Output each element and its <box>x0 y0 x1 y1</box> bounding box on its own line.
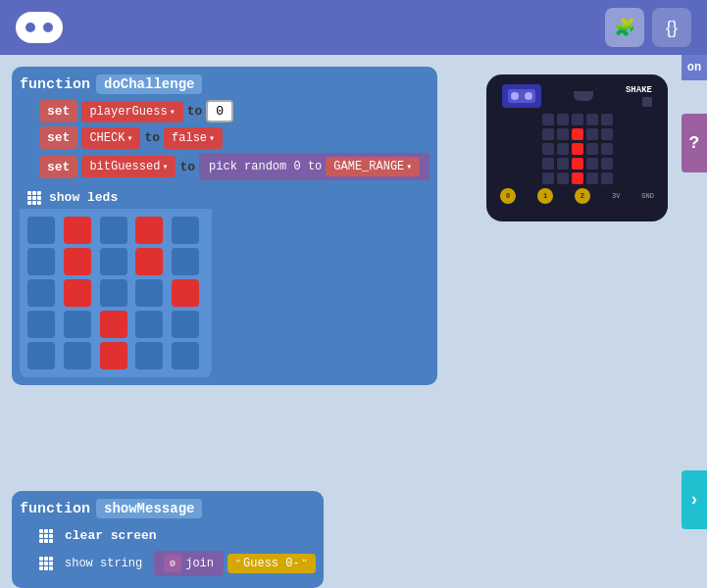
microbit-device: SHAKE 0 1 2 3V GND <box>486 74 668 221</box>
led-cell-4-2[interactable] <box>100 342 127 369</box>
mb-led-0-2 <box>572 114 583 125</box>
set-keyword-3: set <box>39 156 77 178</box>
playerguess-var[interactable]: playerGuess ▾ <box>81 101 182 122</box>
mb-led-1-0 <box>542 128 554 140</box>
show-string-grid-icon <box>39 557 53 570</box>
led-cell-1-1[interactable] <box>64 248 91 275</box>
led-cell-4-1[interactable] <box>64 342 91 369</box>
led-cell-3-3[interactable] <box>135 311 163 338</box>
clear-screen-label[interactable]: clear screen <box>57 524 165 547</box>
mb-led-1-1 <box>557 128 569 140</box>
grid-icon <box>27 191 41 205</box>
show-string-label[interactable]: show string <box>57 553 150 574</box>
on-label: on <box>682 55 707 80</box>
mb-led-4-2 <box>572 172 583 184</box>
mb-led-3-2 <box>572 158 583 170</box>
set-keyword-1: set <box>39 100 77 122</box>
led-cell-2-1[interactable] <box>64 279 91 307</box>
mb-led-1-3 <box>586 128 598 140</box>
led-cell-0-3[interactable] <box>135 217 163 244</box>
microbit-bottom: 0 1 2 3V GND <box>494 188 660 204</box>
open-quote: ❝ <box>235 558 241 569</box>
mb-led-3-1 <box>557 158 569 170</box>
string-value[interactable]: ❝ Guess 0- ❞ <box>227 554 316 573</box>
led-cell-4-0[interactable] <box>27 342 55 369</box>
led-cell-0-4[interactable] <box>172 217 199 244</box>
false-value[interactable]: false ▾ <box>164 127 223 149</box>
led-cell-4-4[interactable] <box>172 342 199 369</box>
logo <box>16 12 63 43</box>
function-showmessage-block: function showMessage <box>12 491 324 588</box>
mb-led-4-3 <box>586 172 598 184</box>
game-range-arrow: ▾ <box>406 161 412 172</box>
puzzle-icon-button[interactable]: 🧩 <box>605 8 644 47</box>
grid-dot <box>32 196 36 200</box>
mb-led-3-3 <box>586 158 598 170</box>
logo-eye-left <box>25 23 35 32</box>
led-cell-1-3[interactable] <box>135 248 163 275</box>
pin-gnd: GND <box>641 188 654 204</box>
led-cell-2-2[interactable] <box>100 279 127 307</box>
bitguessed-arrow: ▾ <box>162 161 168 172</box>
header: 🧩 {} <box>0 0 707 55</box>
join-block[interactable]: ⚙ join <box>154 551 224 576</box>
mb-led-0-1 <box>557 114 569 125</box>
led-cell-1-4[interactable] <box>172 248 199 275</box>
led-cell-0-1[interactable] <box>64 217 91 244</box>
function-dochallenge-block: function doChallenge set playerGuess ▾ t… <box>12 67 437 385</box>
code-icon-button[interactable]: {} <box>652 8 691 47</box>
led-cell-0-2[interactable] <box>100 217 127 244</box>
mb-led-3-4 <box>601 158 613 170</box>
microbit-led-grid <box>542 114 613 184</box>
function-showmessage-name[interactable]: showMessage <box>96 499 202 518</box>
led-cell-4-3[interactable] <box>135 342 163 369</box>
set-keyword-2: set <box>39 126 77 149</box>
header-icons: 🧩 {} <box>605 8 691 47</box>
function-dochallenge-name[interactable]: doChallenge <box>96 74 202 94</box>
set-playerguess-row: set playerGuess ▾ to 0 <box>20 100 429 122</box>
mb-led-2-1 <box>557 143 569 155</box>
show-leds-label: show leds <box>49 190 118 205</box>
led-cell-1-0[interactable] <box>27 248 55 275</box>
mb-led-3-0 <box>542 158 554 170</box>
led-cell-0-0[interactable] <box>27 217 55 244</box>
bitguessed-var[interactable]: bitGuessed ▾ <box>81 156 176 177</box>
led-cell-1-2[interactable] <box>100 248 127 275</box>
show-leds-header: show leds <box>20 186 429 209</box>
right-purple-button[interactable]: ? <box>682 114 707 172</box>
false-arrow: ▾ <box>209 132 215 144</box>
pin-0: 0 <box>500 188 516 204</box>
led-cell-2-3[interactable] <box>135 279 163 307</box>
check-var[interactable]: CHECK ▾ <box>81 127 140 149</box>
led-cell-3-4[interactable] <box>172 311 199 338</box>
mb-led-0-0 <box>542 114 554 125</box>
clear-screen-grid-icon <box>39 529 53 543</box>
led-grid[interactable] <box>20 209 212 377</box>
game-range-var[interactable]: GAME_RANGE ▾ <box>326 157 420 176</box>
shake-label: SHAKE <box>626 85 652 95</box>
main-content: function doChallenge set playerGuess ▾ t… <box>0 55 707 588</box>
led-cell-3-0[interactable] <box>27 311 55 338</box>
mb-led-2-4 <box>601 143 613 155</box>
right-cyan-button[interactable]: › <box>682 470 707 529</box>
to-label-3: to <box>179 160 195 174</box>
grid-dot <box>27 201 31 205</box>
led-cell-2-4[interactable] <box>172 279 199 307</box>
playerguess-value[interactable]: 0 <box>206 100 233 122</box>
function-show-keyword: function <box>20 501 90 517</box>
mb-led-4-0 <box>542 172 554 184</box>
mb-led-0-4 <box>601 114 613 125</box>
playerguess-arrow: ▾ <box>170 106 176 118</box>
led-cell-3-1[interactable] <box>64 311 91 338</box>
function-dochallenge-header: function doChallenge <box>20 74 429 94</box>
microbit-logo <box>502 84 541 108</box>
pick-random-block[interactable]: pick random 0 to GAME_RANGE ▾ <box>199 153 429 180</box>
show-leds-section: show leds <box>20 186 429 377</box>
logo-eyes <box>25 23 53 32</box>
grid-dot <box>37 201 41 205</box>
microbit-inner: SHAKE 0 1 2 3V GND <box>494 82 660 214</box>
grid-dot <box>37 191 41 195</box>
mb-led-4-1 <box>557 172 569 184</box>
led-cell-3-2[interactable] <box>100 311 127 338</box>
led-cell-2-0[interactable] <box>27 279 55 307</box>
